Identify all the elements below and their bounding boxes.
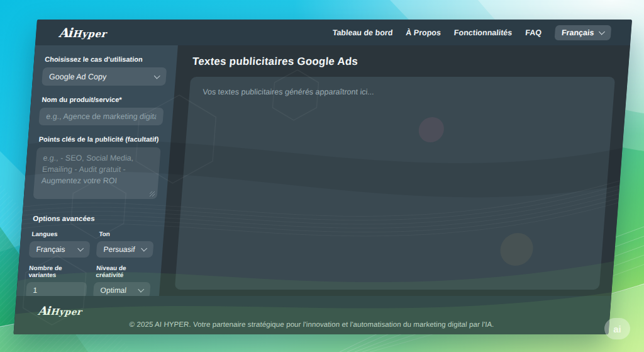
logo-ai-glyph: Ai	[58, 25, 72, 40]
nav-item-about[interactable]: À Propos	[406, 28, 441, 37]
chevron-down-icon	[138, 287, 144, 293]
chevron-down-icon	[141, 246, 147, 252]
variants-label: Nombre de variantes	[28, 264, 89, 278]
language-label: Langues	[31, 230, 91, 237]
tone-label: Ton	[99, 230, 155, 237]
main-nav: Tableau de bord À Propos Fonctionnalités…	[332, 25, 611, 40]
ai-badge: ai	[604, 318, 630, 339]
tone-value: Persuasif	[103, 245, 135, 254]
use-case-select[interactable]: Google Ad Copy	[42, 67, 167, 86]
tone-select[interactable]: Persuasif	[96, 241, 154, 258]
app-window: Ai Hyper Tableau de bord À Propos Foncti…	[13, 20, 632, 334]
key-points-label: Points clés de la publicité (facultatif)	[38, 135, 162, 143]
creativity-label: Niveau de créativité	[96, 264, 152, 278]
product-name-input[interactable]	[38, 108, 164, 125]
language-select[interactable]: Français	[29, 241, 91, 258]
footer: Ai Hyper © 2025 AI HYPER. Votre partenai…	[13, 296, 611, 334]
key-points-wrapper	[33, 147, 160, 202]
copyright-text: © 2025 AI HYPER. Votre partenaire straté…	[14, 321, 609, 328]
language-selector-value: Français	[562, 28, 594, 37]
use-case-value: Google Ad Copy	[49, 72, 107, 81]
header: Ai Hyper Tableau de bord À Propos Foncti…	[35, 20, 632, 45]
app-logo[interactable]: Ai Hyper	[58, 25, 108, 40]
window-body: Choisissez le cas d'utilisation Google A…	[16, 45, 630, 296]
sidebar-form: Choisissez le cas d'utilisation Google A…	[16, 45, 178, 296]
nav-item-faq[interactable]: FAQ	[525, 28, 542, 37]
creativity-value: Optimal	[100, 286, 126, 295]
main-content: Textes publicitaires Google Ads Vos text…	[159, 45, 630, 296]
nav-item-features[interactable]: Fonctionnalités	[453, 28, 512, 37]
chevron-down-icon	[154, 72, 160, 79]
ai-badge-label: ai	[613, 324, 621, 334]
key-points-textarea[interactable]	[33, 147, 161, 199]
product-name-label: Nom du produit/service*	[42, 96, 165, 103]
language-selector[interactable]: Français	[554, 25, 611, 40]
page-title: Textes publicitaires Google Ads	[192, 55, 617, 68]
chevron-down-icon	[599, 28, 605, 35]
logo-hyper-text: Hyper	[72, 28, 107, 40]
chevron-down-icon	[77, 246, 84, 252]
footer-logo: Ai Hyper	[37, 304, 82, 318]
advanced-options-title: Options avancées	[33, 215, 156, 222]
advanced-options-row-2: Nombre de variantes Niveau de créativité…	[26, 258, 153, 298]
use-case-label: Choisissez le cas d'utilisation	[45, 55, 168, 63]
language-value: Français	[36, 245, 65, 254]
nav-item-dashboard[interactable]: Tableau de bord	[332, 28, 393, 37]
logo-ai-glyph: Ai	[37, 304, 50, 318]
advanced-options-row-1: Langues Ton Français Persuasif	[29, 224, 155, 258]
results-placeholder-text: Vos textes publicitaires générés apparaî…	[203, 88, 374, 96]
results-panel: Vos textes publicitaires générés apparaî…	[175, 77, 615, 290]
logo-hyper-text: Hyper	[50, 307, 82, 318]
